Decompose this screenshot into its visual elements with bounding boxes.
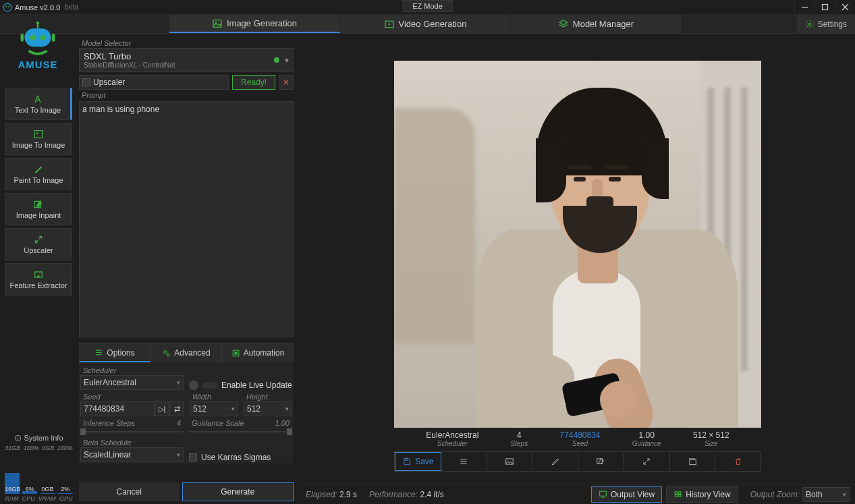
save-button[interactable]: Save [395, 452, 441, 471]
svg-point-26 [100, 352, 101, 353]
steps-slider[interactable] [80, 428, 184, 436]
logo-text: AMUSE [18, 59, 57, 70]
model-selector[interactable]: SDXL Turbo StableDiffusionXL - ControlNe… [79, 48, 294, 72]
minimize-button[interactable] [794, 0, 815, 15]
tab-image-generation[interactable]: Image Generation [169, 15, 340, 33]
zoom-select[interactable]: Both▾ [802, 487, 850, 502]
output-view-button[interactable]: Output View [591, 486, 662, 503]
svg-point-0 [3, 3, 11, 11]
tab-model-manager[interactable]: Model Manager [511, 15, 682, 33]
width-select[interactable]: 512▾ [190, 401, 238, 416]
elapsed-stat: Elapsed: 2.9 s [306, 490, 357, 499]
seed-random-button[interactable]: ⇄ [169, 401, 184, 416]
image-button[interactable] [487, 452, 533, 471]
svg-point-14 [30, 35, 36, 40]
grid-icon [673, 490, 682, 499]
output-image [394, 61, 761, 428]
tab-automation[interactable]: Automation [222, 343, 294, 362]
gears-icon [162, 349, 171, 358]
seed-link[interactable]: 774480834 [559, 430, 600, 440]
close-button[interactable] [835, 0, 855, 15]
gallery-button[interactable] [670, 452, 716, 471]
svg-point-1 [5, 5, 7, 7]
svg-point-27 [98, 354, 99, 356]
expand-button[interactable] [624, 452, 670, 471]
nav-text-to-image[interactable]: Text To Image [5, 88, 72, 120]
seed-next-button[interactable]: ▷| [155, 401, 169, 416]
upscaler-checkbox[interactable]: Upscaler [79, 75, 229, 90]
svg-rect-35 [600, 491, 607, 496]
live-update-toggle[interactable]: Enable Live Update [189, 381, 292, 390]
svg-point-10 [808, 23, 811, 26]
model-selector-label: Model Selector [79, 38, 294, 48]
gear-icon [805, 20, 815, 29]
ez-mode-button[interactable]: EZ Mode [402, 0, 453, 12]
image-icon [505, 457, 514, 466]
robot-icon [18, 21, 58, 57]
svg-rect-17 [52, 33, 55, 41]
maximize-button[interactable] [815, 0, 835, 15]
zoom-label: Output Zoom: [750, 490, 800, 499]
save-icon [402, 457, 412, 466]
image-icon [212, 18, 223, 29]
delete-button[interactable] [715, 452, 761, 471]
generate-button[interactable]: Generate [182, 482, 294, 501]
nav-feature-extractor[interactable]: Feature Extractor [5, 263, 72, 296]
height-select[interactable]: 512▾ [244, 401, 292, 416]
system-info: System Info 31GB 100% 0GB 100% 16GB 6% 0… [3, 434, 74, 502]
svg-rect-16 [21, 33, 24, 41]
cancel-button[interactable]: Cancel [79, 482, 180, 501]
settings-button[interactable]: Settings [797, 15, 855, 33]
gallery-icon [688, 457, 697, 466]
svg-point-28 [164, 350, 167, 353]
output-area: EulerAncestralScheduler 4Steps 774480834… [300, 35, 855, 504]
svg-rect-34 [690, 459, 696, 465]
trash-icon [734, 457, 743, 466]
title-bar: Amuse v2.0.0 beta EZ Mode [0, 0, 855, 15]
karras-checkbox[interactable]: Use Karras Sigmas [189, 453, 292, 462]
monitor-icon [599, 490, 607, 499]
text-icon [32, 94, 43, 105]
extract-icon [33, 269, 44, 280]
beta-schedule-select[interactable]: ScaledLinear▾ [80, 447, 184, 462]
video-icon [384, 19, 395, 30]
sliders-icon [94, 348, 103, 357]
logo: AMUSE [0, 15, 76, 76]
edit-icon [596, 457, 605, 466]
list-button[interactable] [441, 452, 487, 471]
tab-options[interactable]: Options [79, 343, 150, 362]
performance-stat: Performance: 2.4 it/s [369, 490, 444, 499]
app-icon [3, 3, 12, 12]
stack-icon [558, 19, 569, 30]
svg-rect-13 [25, 28, 51, 47]
main-tab-row: Image Generation Video Generation Model … [0, 15, 855, 34]
status-dot-icon [274, 57, 279, 63]
svg-rect-4 [823, 5, 828, 10]
edit-button[interactable] [578, 452, 624, 471]
brush-icon [551, 457, 560, 466]
tab-advanced[interactable]: Advanced [150, 343, 222, 362]
chevron-down-icon: ▾ [177, 379, 180, 386]
brush-icon [33, 164, 44, 175]
edit-icon [33, 199, 44, 210]
prompt-input[interactable]: a man is using phone [79, 101, 294, 337]
info-icon [14, 435, 22, 442]
nav-upscaler[interactable]: Upscaler [5, 228, 72, 260]
expand-icon [642, 457, 651, 466]
expand-icon [33, 234, 44, 245]
svg-point-12 [36, 21, 40, 24]
svg-rect-7 [213, 20, 221, 27]
guidance-slider[interactable] [189, 428, 292, 436]
nav-image-to-image[interactable]: Image To Image [5, 123, 72, 155]
tab-video-generation[interactable]: Video Generation [340, 15, 511, 33]
nav-paint-to-image[interactable]: Paint To Image [5, 158, 72, 190]
brush-button[interactable] [532, 452, 578, 471]
parameters-panel: Model Selector SDXL Turbo StableDiffusio… [79, 38, 294, 504]
svg-point-15 [40, 35, 46, 40]
seed-input[interactable]: 774480834 [80, 401, 155, 416]
history-view-button[interactable]: History View [666, 486, 738, 503]
svg-point-25 [97, 349, 99, 351]
nav-image-inpaint[interactable]: Image Inpaint [5, 193, 72, 225]
clear-model-button[interactable]: ✕ [279, 75, 294, 90]
scheduler-select[interactable]: EulerAncestral▾ [80, 375, 184, 390]
